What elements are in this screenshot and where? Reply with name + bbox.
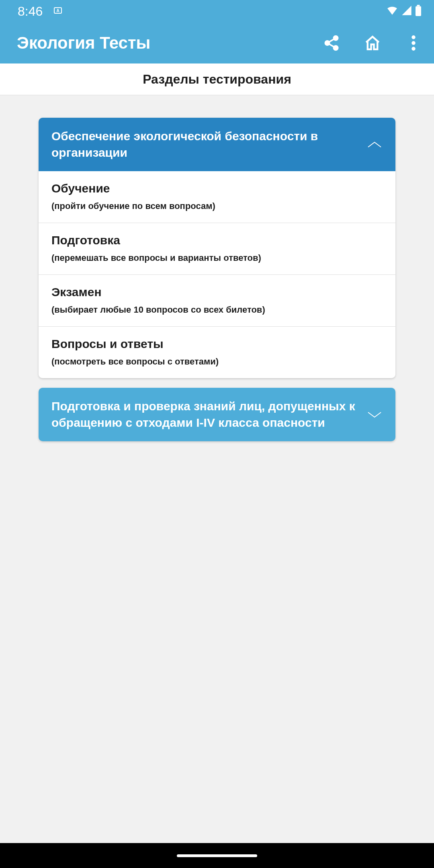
wifi-icon [386,4,399,18]
status-right [386,4,422,18]
svg-line-7 [329,39,334,42]
subtitle-bar: Разделы тестирования [0,63,434,95]
section-card-1: Обеспечение экологической безопасности в… [39,118,395,378]
section-header-collapsed[interactable]: Подготовка и проверка знаний лиц, допуще… [39,388,395,441]
signal-icon [401,5,412,18]
section-title: Подготовка и проверка знаний лиц, допуще… [51,398,358,431]
share-button[interactable] [323,35,340,51]
svg-point-11 [411,47,416,51]
section-title: Обеспечение экологической безопасности в… [51,128,358,161]
battery-icon [415,5,422,18]
more-options-button[interactable] [405,35,422,51]
chevron-down-icon [366,407,383,423]
navigation-bar [0,843,434,868]
home-pill[interactable] [177,854,257,857]
home-button[interactable] [364,35,381,51]
svg-rect-3 [417,5,420,6]
status-bar: 8:46 A [0,0,434,23]
content-area: Обеспечение экологической безопасности в… [0,95,434,843]
list-item-subtitle: (посмотреть все вопросы с ответами) [51,356,383,367]
list-item-training[interactable]: Обучение (пройти обучение по всем вопрос… [39,171,395,223]
svg-text:A: A [57,8,59,13]
list-item-preparation[interactable]: Подготовка (перемешать все вопросы и вар… [39,223,395,274]
list-item-title: Подготовка [51,233,383,247]
svg-point-6 [334,46,338,50]
svg-rect-2 [416,6,421,16]
subtitle: Разделы тестирования [143,72,291,87]
list-item-exam[interactable]: Экзамен (выбирает любые 10 вопросов со в… [39,274,395,326]
status-time: 8:46 [18,4,43,19]
section-header-expanded[interactable]: Обеспечение экологической безопасности в… [39,118,395,171]
list-item-subtitle: (пройти обучение по всем вопросам) [51,201,383,211]
app-bar: Экология Тесты [0,23,434,63]
svg-point-10 [411,41,416,45]
chevron-up-icon [366,137,383,153]
list-item-qa[interactable]: Вопросы и ответы (посмотреть все вопросы… [39,326,395,378]
app-title: Экология Тесты [17,33,323,53]
keyboard-icon: A [53,6,63,17]
svg-point-9 [411,35,416,39]
svg-point-5 [325,41,330,45]
status-left: 8:46 A [18,4,63,19]
list-item-subtitle: (выбирает любые 10 вопросов со всех биле… [51,305,383,315]
app-actions [323,35,422,51]
section-card-2: Подготовка и проверка знаний лиц, допуще… [39,388,395,441]
section-body: Обучение (пройти обучение по всем вопрос… [39,171,395,378]
list-item-title: Экзамен [51,285,383,299]
svg-point-4 [334,36,338,41]
list-item-title: Обучение [51,182,383,195]
list-item-title: Вопросы и ответы [51,337,383,351]
list-item-subtitle: (перемешать все вопросы и варианты ответ… [51,253,383,263]
svg-line-8 [329,44,334,47]
